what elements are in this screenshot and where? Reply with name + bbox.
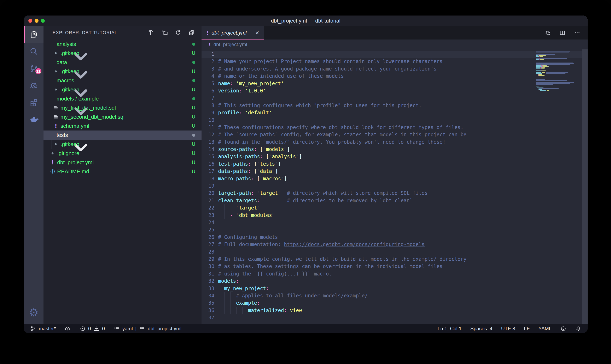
code-line-9[interactable]: 9profile: 'default'	[202, 109, 582, 117]
refresh-icon[interactable]	[175, 29, 181, 36]
activity-item-docker[interactable]	[24, 111, 43, 128]
minimap-token	[546, 80, 567, 81]
code-line-22[interactable]: 22 - "target"	[202, 204, 582, 212]
vscode-window: dbt_project.yml — dbt-tutorial 11 ⚙ EXPL…	[24, 15, 588, 333]
git-status-badge: U	[192, 159, 195, 165]
title-bar[interactable]: dbt_project.yml — dbt-tutorial	[24, 15, 588, 26]
tree-item-macros[interactable]: macros	[43, 76, 202, 85]
activity-item-source-control[interactable]: 11	[24, 60, 43, 77]
code-line-27[interactable]: 27# Full documentation: https://docs.get…	[202, 241, 582, 248]
code-line-16[interactable]: 16test-paths: ["tests"]	[202, 160, 582, 168]
code-line-2[interactable]: 2# Name your project! Project names shou…	[202, 58, 582, 65]
code-line-8[interactable]: 8# This setting configures which "profil…	[202, 102, 582, 109]
code-line-17[interactable]: 17data-paths: ["data"]	[202, 168, 582, 175]
new-folder-icon[interactable]	[161, 29, 168, 36]
activity-item-explorer[interactable]	[24, 26, 43, 43]
code-line-12[interactable]: 12# The `source-paths` config, for examp…	[202, 131, 582, 138]
tab-dbt-project-yml[interactable]: ! dbt_project.yml ×	[202, 26, 264, 39]
compare-icon[interactable]	[544, 29, 551, 36]
eol-selector[interactable]: LF	[524, 326, 530, 332]
breadcrumb[interactable]: ! dbt_project.yml	[202, 39, 588, 50]
code-line-23[interactable]: 23 - "dbt_modules"	[202, 212, 582, 219]
tree-item-data[interactable]: data	[43, 58, 202, 67]
activity-item-search[interactable]	[24, 43, 43, 60]
code-line-14[interactable]: 14source-paths: ["models"]	[202, 146, 582, 153]
problems-status[interactable]: 00	[80, 325, 105, 332]
tree-item--gitignore[interactable]: .gitignoreU	[43, 149, 202, 158]
tree-item-models-example[interactable]: models / example	[43, 94, 202, 103]
tree-item-schema-yml[interactable]: !schema.ymlU	[43, 121, 202, 130]
code-line-3[interactable]: 3# and underscores. A good package name …	[202, 65, 582, 73]
line-number: 1	[202, 51, 214, 58]
code-line-11[interactable]: 11# These configurations specify where d…	[202, 124, 582, 131]
yaml-warning-icon: !	[53, 123, 59, 129]
tree-item-readme-md[interactable]: README.mdU	[43, 167, 202, 176]
tree-item-decorations: U	[192, 141, 202, 147]
tree-item-analysis[interactable]: analysis	[43, 39, 202, 49]
code-line-10[interactable]: 10	[202, 117, 582, 124]
close-tab-icon[interactable]: ×	[255, 29, 259, 36]
code-line-30[interactable]: 30# as tables. These settings can be ove…	[202, 263, 582, 270]
tree-item-dbt-project-yml[interactable]: !dbt_project.ymlU	[43, 158, 202, 167]
activity-item-settings[interactable]: ⚙	[24, 304, 43, 321]
tree-item-my-first-dbt-model-sql[interactable]: my_first_dbt_model.sqlU	[43, 103, 202, 112]
activity-item-extensions[interactable]	[24, 94, 43, 111]
scrollbar[interactable]	[582, 50, 588, 324]
code-line-31[interactable]: 31# using the `{{ config(...) }}` macro.	[202, 270, 582, 278]
activity-bar-items: 11	[24, 26, 43, 128]
encoding[interactable]: UTF-8	[501, 326, 515, 332]
ellipsis-icon[interactable]	[574, 29, 581, 36]
minimap-token	[543, 65, 546, 66]
code-line-1[interactable]: 1	[202, 51, 582, 58]
code-line-6[interactable]: 6version: '1.0.0'	[202, 87, 582, 94]
yaml-language-status[interactable]: yaml|dbt_project.yml	[113, 325, 181, 332]
doc-link[interactable]: https://docs.getdbt.com/docs/configuring…	[284, 242, 425, 247]
code-line-35[interactable]: 35 example:	[202, 299, 582, 307]
activity-item-run-and-debug[interactable]	[24, 77, 43, 94]
new-file-icon[interactable]	[148, 29, 154, 36]
tree-item--gitkeep[interactable]: .gitkeepU	[43, 67, 202, 76]
tree-item--gitkeep[interactable]: .gitkeepU	[43, 49, 202, 58]
code-line-28[interactable]: 28	[202, 248, 582, 256]
code-line-24[interactable]: 24	[202, 219, 582, 226]
split-icon[interactable]	[559, 29, 566, 36]
code-line-36[interactable]: 36 materialized: view	[202, 307, 582, 314]
code-line-13[interactable]: 13# found in the "models/" directory. Yo…	[202, 139, 582, 146]
code-line-26[interactable]: 26# Configuring models	[202, 234, 582, 241]
code-editor[interactable]: 12# Name your project! Project names sho…	[202, 50, 588, 324]
code-line-19[interactable]: 19	[202, 182, 582, 190]
code-line-18[interactable]: 18macro-paths: ["macros"]	[202, 175, 582, 182]
git-file-icon	[53, 68, 59, 74]
code-line-25[interactable]: 25	[202, 226, 582, 234]
tree-item--gitkeep[interactable]: .gitkeepU	[43, 140, 202, 149]
indentation[interactable]: Spaces: 4	[470, 326, 493, 332]
zoom-window-button[interactable]	[41, 19, 45, 23]
yaml-warning-icon: !	[206, 30, 208, 36]
code-line-20[interactable]: 20target-path: "target" # directory whic…	[202, 190, 582, 197]
collapse-all-icon[interactable]	[188, 29, 195, 36]
code-line-33[interactable]: 33 my_new_project:	[202, 285, 582, 292]
notifications[interactable]	[575, 325, 581, 332]
code-line-34[interactable]: 34 # Applies to all files under models/e…	[202, 292, 582, 299]
minimap[interactable]	[536, 50, 582, 98]
git-status-badge: U	[192, 141, 195, 147]
close-window-button[interactable]	[28, 19, 32, 23]
tree-item-tests[interactable]: tests	[43, 130, 202, 140]
tree-item-my-second-dbt-model-sql[interactable]: my_second_dbt_model.sqlU	[43, 112, 202, 121]
minimap-token	[545, 67, 545, 68]
code-line-21[interactable]: 21clean-targets: # directories to be rem…	[202, 197, 582, 204]
minimize-window-button[interactable]	[35, 19, 39, 23]
code-line-7[interactable]: 7	[202, 94, 582, 102]
code-line-4[interactable]: 4# name or the intended use of these mod…	[202, 73, 582, 80]
code-line-32[interactable]: 32models:	[202, 278, 582, 285]
code-line-29[interactable]: 29# In this example config, we tell dbt …	[202, 256, 582, 263]
git-branch-status[interactable]: master*	[30, 325, 56, 332]
sync-button[interactable]	[65, 325, 71, 332]
code-line-5[interactable]: 5name: 'my_new_project'	[202, 80, 582, 87]
code-line-37[interactable]: 37	[202, 314, 582, 321]
feedback[interactable]	[560, 325, 567, 332]
code-line-15[interactable]: 15analysis-paths: ["analysis"]	[202, 153, 582, 160]
tree-item--gitkeep[interactable]: .gitkeepU	[43, 85, 202, 94]
cursor-position[interactable]: Ln 1, Col 1	[438, 326, 462, 332]
language-mode[interactable]: YAML	[538, 326, 552, 332]
